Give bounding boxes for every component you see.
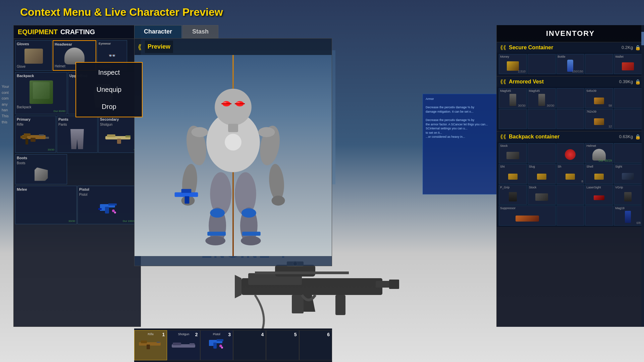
svg-rect-37: [207, 232, 226, 236]
svg-rect-1: [24, 133, 31, 136]
armored-vest-weight: 0.39Kg: [619, 79, 633, 84]
weapon-slot-6[interactable]: 6: [299, 330, 332, 360]
weapon-slot-2-name: Shotgun: [178, 333, 190, 336]
weapon-slot-5[interactable]: 5: [266, 330, 299, 360]
weapon-slot-2-icon: [171, 339, 196, 353]
inv-cell-wallet[interactable]: Wallet: [614, 54, 642, 74]
primary-slot[interactable]: Primary Rifle 30/30: [15, 116, 56, 153]
backpack-container-weight: 0.63Kg: [619, 134, 633, 139]
context-menu-inspect[interactable]: Inspect: [76, 64, 142, 81]
preview-panel: ⟪ Preview: [134, 38, 332, 266]
weapon-slot-3[interactable]: 3 Pistol: [200, 330, 233, 360]
secure-container-section: ⟪⟪ Secure Container 0.2Kg 🔒 Money 2,510 …: [497, 42, 644, 75]
inv-cell-money[interactable]: Money 2,510: [499, 54, 527, 74]
svg-rect-63: [190, 343, 195, 345]
inv-cell-helmet-inv[interactable]: Helmet Dur 45/29: [585, 143, 613, 163]
context-menu-drop[interactable]: Drop: [76, 98, 142, 115]
inv-cell-ammo762[interactable]: 762x39 12: [585, 109, 613, 129]
svg-point-68: [221, 347, 223, 349]
context-menu-unequip[interactable]: Unequip: [76, 81, 142, 98]
slug-icon: [537, 174, 546, 180]
inv-cell-stock2[interactable]: Stock: [528, 185, 556, 205]
svg-rect-62: [173, 343, 181, 345]
pistol-item-name: Pistol: [79, 193, 138, 196]
inv-cell-sht[interactable]: Sht: [499, 164, 527, 184]
svg-point-44: [191, 127, 208, 137]
ammo762-icon: [594, 118, 604, 125]
backpack-durability: Dur 80/80: [17, 110, 65, 113]
svg-point-19: [215, 89, 252, 126]
primary-item-name: Rifle: [17, 123, 54, 126]
inv-cell-ammo545[interactable]: 545x39 58: [585, 88, 613, 108]
weapon-slot-4[interactable]: 4: [233, 330, 266, 360]
scroll-thumb: [641, 32, 644, 45]
inv-cell-sight[interactable]: Sight: [614, 164, 642, 184]
inv-cell-empty-13: [585, 205, 613, 226]
gloves-slot[interactable]: Gloves Glove: [15, 40, 52, 71]
inv-cell-empty-11: [556, 185, 585, 205]
backpack-label: Backpack: [17, 74, 65, 78]
inv-cell-stock1[interactable]: Stock: [499, 143, 527, 163]
boots-slot[interactable]: Boots Boots: [15, 154, 67, 184]
inventory-scrollbar[interactable]: [641, 25, 644, 327]
svg-rect-41: [242, 232, 261, 236]
svg-rect-66: [213, 343, 217, 349]
svg-point-42: [210, 208, 225, 218]
melee-slot[interactable]: Melee 30/30: [15, 186, 77, 224]
secondary-item-name: Shotgun: [100, 123, 138, 126]
inventory-header: INVENTORY: [497, 25, 644, 42]
stock2-icon: [535, 193, 548, 201]
weapon-slot-4-number: 4: [261, 332, 264, 337]
eyewear-label: Eyewear: [99, 42, 125, 45]
tab-stash[interactable]: Stash: [182, 25, 218, 38]
inv-cell-mag1[interactable]: Mag545 30/30: [499, 88, 527, 108]
preview-expand-icon[interactable]: ⟪: [138, 43, 142, 51]
inv-cell-mag2[interactable]: Mag545 30/30: [528, 88, 556, 108]
svg-point-43: [241, 208, 256, 218]
header-crafting: CRAFTING: [60, 28, 95, 36]
panel-header: EQUIPMENT CRAFTING: [14, 25, 141, 39]
inv-cell-sh[interactable]: Sh 8: [556, 164, 585, 184]
armored-vest-expand-icon[interactable]: ⟪⟪: [500, 78, 506, 85]
inv-cell-slug[interactable]: Slug: [528, 164, 556, 184]
laser-icon: [594, 195, 604, 200]
secondary-slot[interactable]: Secondary Shotgun 0/8: [98, 116, 139, 153]
svg-rect-58: [141, 341, 147, 343]
svg-rect-56: [292, 295, 304, 313]
gloves-label: Gloves: [17, 42, 50, 46]
preview-background: [135, 55, 332, 256]
weapon-slot-1[interactable]: 1 Rifle: [134, 330, 167, 360]
inv-cell-empty-1: [528, 54, 556, 74]
inv-cell-pgrip[interactable]: P_Grip: [499, 185, 527, 205]
inv-cell-bottle[interactable]: Bottle 150/150: [556, 54, 585, 74]
backpack-container-expand-icon[interactable]: ⟪⟪: [500, 133, 506, 140]
weapon-slot-3-name: Pistol: [213, 333, 220, 336]
secure-container-lock-icon: 🔒: [635, 45, 641, 50]
svg-rect-12: [108, 203, 117, 205]
tab-character[interactable]: Character: [134, 25, 182, 38]
weapon-slot-2[interactable]: 2 Shotgun: [167, 330, 200, 360]
inv-cell-suppressor[interactable]: Suppressor: [499, 205, 556, 226]
backpack-icon: [30, 80, 53, 104]
primary-durability: 30/30: [17, 148, 54, 151]
backpack-container-grid: Stock Helmet Dur 45/29 Sht Slug: [497, 142, 644, 227]
svg-rect-55: [255, 272, 349, 274]
svg-rect-9: [125, 135, 130, 137]
secure-container-expand-icon[interactable]: ⟪⟪: [500, 44, 506, 51]
inv-cell-shell[interactable]: Shell: [585, 164, 613, 184]
inv-cell-mag19[interactable]: Mag19 0/8: [614, 205, 642, 226]
svg-rect-33: [184, 196, 189, 204]
pgrip-icon: [509, 192, 517, 201]
inv-cell-apple[interactable]: [556, 143, 585, 163]
svg-rect-60: [147, 345, 150, 349]
headwear-label: Headwear: [55, 42, 94, 46]
inv-cell-vgrip[interactable]: VGrip: [614, 185, 642, 205]
weapon-slot-1-name: Rifle: [148, 333, 154, 336]
pistol-slot[interactable]: Pistol Pistol Dur 100/100: [77, 186, 139, 224]
inv-cell-empty-4: [614, 88, 642, 108]
boots-item-name: Boots: [17, 161, 65, 165]
inv-cell-laser[interactable]: LaserSight: [585, 185, 613, 205]
weapon-slot-3-number: 3: [228, 332, 231, 337]
backpack-slot[interactable]: Backpack Backpack Dur 80/80: [15, 72, 67, 114]
pants-slot[interactable]: Pants Pants: [57, 116, 98, 153]
